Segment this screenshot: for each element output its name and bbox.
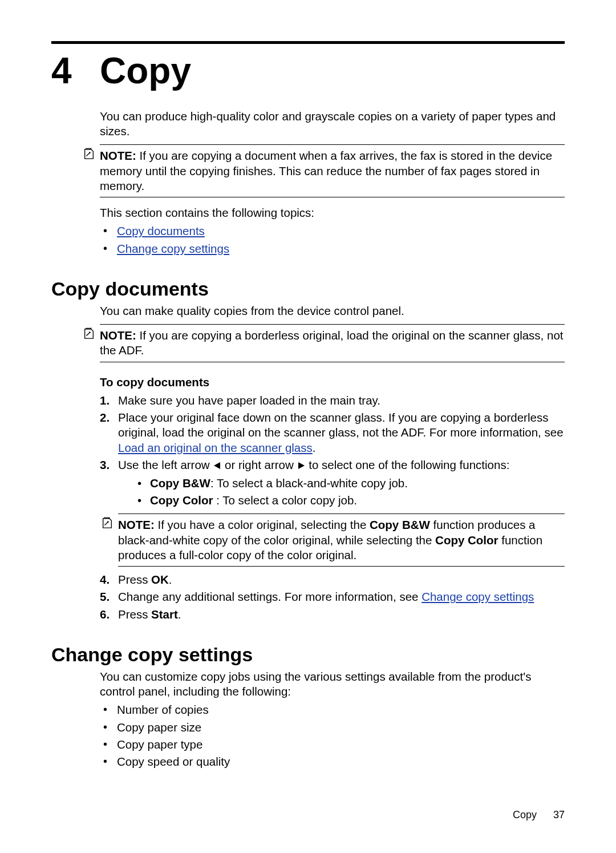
button-name: OK <box>151 573 169 586</box>
step: Change any additional settings. For more… <box>100 589 565 604</box>
procedure-steps: Make sure you have paper loaded in the m… <box>100 393 565 622</box>
note-color-original: NOTE: If you have a color original, sele… <box>118 514 565 567</box>
section-change-settings: You can customize copy jobs using the va… <box>100 669 565 769</box>
step-text: or right arrow <box>221 458 297 471</box>
note-label: NOTE: <box>100 329 136 342</box>
step-text: . <box>178 608 181 621</box>
section-copy-documents: You can make quality copies from the dev… <box>100 304 565 622</box>
option-label: Copy B&W <box>150 476 210 490</box>
settings-list: Number of copies Copy paper size Copy pa… <box>100 702 565 769</box>
chapter-number: 4 <box>51 50 100 92</box>
step: Place your original face down on the sca… <box>100 410 565 455</box>
intro-text: You can produce high-quality color and g… <box>100 109 565 139</box>
chapter-title: Copy <box>100 50 191 92</box>
step-text: . <box>313 441 316 454</box>
option-text: : To select a color copy job. <box>213 494 357 507</box>
note-borderless: NOTE: If you are copying a borderless or… <box>100 324 565 362</box>
step: Make sure you have paper loaded in the m… <box>100 393 565 408</box>
toc-lead: This section contains the following topi… <box>100 205 565 220</box>
link-copy-documents[interactable]: Copy documents <box>117 224 205 237</box>
note-icon <box>83 147 95 163</box>
step-text: Press <box>118 608 151 621</box>
settings-item: Number of copies <box>100 702 565 717</box>
page-number: 37 <box>553 809 565 821</box>
note-icon <box>101 516 114 532</box>
toc-item: Change copy settings <box>100 241 565 256</box>
note-body: If you are copying a document when a fax… <box>100 149 552 192</box>
step-text: . <box>169 573 172 586</box>
step-text: Make sure you have paper loaded in the m… <box>118 394 380 407</box>
toc-list: Copy documents Change copy settings <box>100 224 565 256</box>
page: 4 Copy You can produce high-quality colo… <box>0 0 616 853</box>
settings-item: Copy paper size <box>100 720 565 735</box>
top-rule <box>51 41 565 44</box>
page-footer: Copy 37 <box>513 809 565 821</box>
note-body: If you are copying a borderless original… <box>100 329 564 357</box>
step: Use the left arrow or right arrow to sel… <box>100 458 565 567</box>
step-text: Place your original face down on the sca… <box>118 411 564 439</box>
chapter-header: 4 Copy <box>51 50 565 92</box>
section-intro: You can make quality copies from the dev… <box>100 304 565 318</box>
settings-item: Copy paper type <box>100 737 565 752</box>
function-options: Copy B&W: To select a black-and-white co… <box>135 476 565 508</box>
option-item: Copy B&W: To select a black-and-white co… <box>135 476 565 491</box>
link-change-copy-settings[interactable]: Change copy settings <box>117 242 229 255</box>
step-text: to select one of the following functions… <box>306 458 510 471</box>
section-heading-copy-documents: Copy documents <box>51 278 565 300</box>
right-arrow-icon <box>298 462 305 469</box>
step-text: Press <box>118 573 151 586</box>
footer-label: Copy <box>513 809 537 820</box>
link-change-copy-settings-inline[interactable]: Change copy settings <box>422 590 534 603</box>
link-load-original[interactable]: Load an original on the scanner glass <box>118 441 313 454</box>
note-body: If you have a color original, selecting … <box>157 518 370 531</box>
note-label: NOTE: <box>100 149 136 162</box>
option-text: : To select a black-and-white copy job. <box>210 476 408 490</box>
note-label: NOTE: <box>118 518 155 531</box>
note-icon <box>83 327 95 343</box>
intro-block: You can produce high-quality color and g… <box>100 109 565 256</box>
toc-item: Copy documents <box>100 224 565 238</box>
step: Press OK. <box>100 572 565 587</box>
bold-text: Copy B&W <box>370 518 430 531</box>
procedure-heading: To copy documents <box>100 375 565 390</box>
option-label: Copy Color <box>150 494 213 507</box>
button-name: Start <box>151 608 178 621</box>
step-text: Change any additional settings. For more… <box>118 590 422 603</box>
section-intro: You can customize copy jobs using the va… <box>100 669 565 699</box>
bold-text: Copy Color <box>435 533 498 547</box>
note-fax: NOTE: If you are copying a document when… <box>100 144 565 197</box>
step: Press Start. <box>100 607 565 622</box>
settings-item: Copy speed or quality <box>100 754 565 769</box>
section-heading-change-settings: Change copy settings <box>51 644 565 666</box>
step-text: Use the left arrow <box>118 458 213 471</box>
left-arrow-icon <box>214 462 220 469</box>
option-item: Copy Color : To select a color copy job. <box>135 493 565 508</box>
